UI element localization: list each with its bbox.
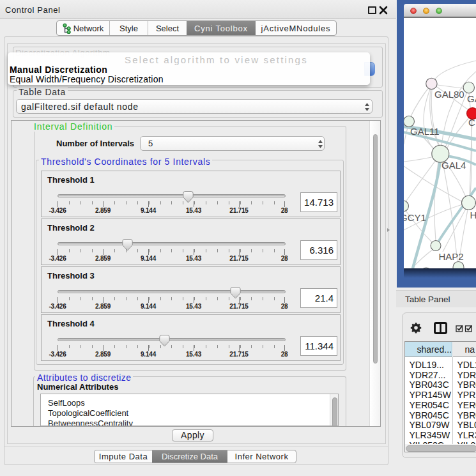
svg-text:C: C	[468, 117, 475, 128]
svg-text:H: H	[470, 210, 476, 220]
svg-text:GAL80: GAL80	[434, 89, 464, 100]
svg-text:GAL4: GAL4	[441, 160, 466, 171]
svg-text:GCY1: GCY1	[404, 212, 426, 223]
svg-text:GAL11: GAL11	[410, 126, 440, 137]
svg-text:HAP2: HAP2	[439, 251, 464, 262]
svg-text:GA: GA	[467, 93, 476, 104]
